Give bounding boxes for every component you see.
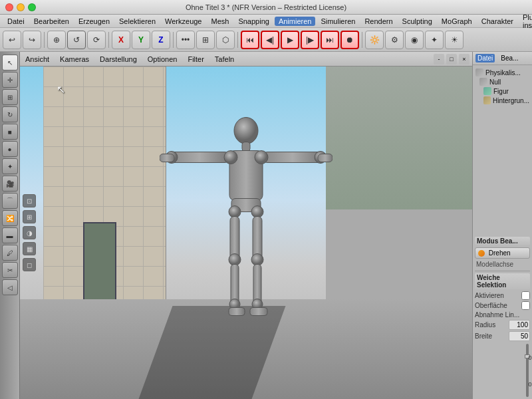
vp-icon-wire[interactable]: ◻ — [23, 258, 36, 271]
toolbar-separator-1 — [44, 32, 45, 48]
menu-sculpting[interactable]: Sculpting — [398, 17, 436, 26]
menu-plugins[interactable]: Plug-ins — [519, 13, 532, 30]
tool-scale[interactable]: ⟳ — [87, 31, 106, 49]
tree-item-figur[interactable]: Figur — [475, 86, 529, 96]
tool-twist[interactable]: 🔀 — [2, 210, 18, 226]
vp-zoom-out[interactable]: - — [434, 54, 444, 65]
rp-tab-bearbeiten[interactable]: Bea... — [499, 54, 520, 63]
tool-magnet[interactable]: ◁ — [2, 279, 18, 295]
tool-light[interactable]: ✦ — [2, 158, 18, 174]
menu-mesh[interactable]: Mesh — [207, 17, 233, 26]
minimize-button[interactable] — [17, 3, 25, 11]
viewport-canvas[interactable]: ↖ ⊡ ⊞ ◑ ▦ ◻ — [20, 66, 472, 399]
toolbar-separator-5 — [362, 32, 362, 48]
menu-simulieren[interactable]: Simulieren — [317, 17, 359, 26]
scene-background: ↖ ⊡ ⊞ ◑ ▦ ◻ — [20, 66, 472, 399]
menu-animieren[interactable]: Animieren — [275, 17, 316, 26]
svg-rect-22 — [229, 308, 245, 316]
menu-selektieren[interactable]: Selektieren — [115, 17, 160, 26]
vp-icon-perspective[interactable]: ⊡ — [23, 194, 36, 207]
menu-datei[interactable]: Datei — [3, 17, 29, 26]
tool-move[interactable]: ⊕ — [47, 31, 66, 49]
anim-record[interactable]: ⏺ — [340, 31, 359, 49]
tool-z[interactable]: Z — [152, 31, 170, 49]
vp-menu-kameras[interactable]: Kameras — [57, 55, 92, 64]
tool-floor[interactable]: ▬ — [2, 227, 18, 243]
menu-werkzeuge[interactable]: Werkzeuge — [161, 17, 205, 26]
tool-y[interactable]: Y — [132, 31, 150, 49]
tree-icon-null2 — [479, 78, 487, 86]
tool-misc1[interactable]: ◉ — [405, 31, 424, 49]
tree-item-physikalisch[interactable]: Physikalis... — [475, 68, 529, 77]
menu-bearbeiten[interactable]: Bearbeiten — [30, 17, 73, 26]
anim-play[interactable]: ▶ — [281, 31, 299, 49]
tree-label-hintergrund: Hintergrun... — [493, 97, 529, 104]
menu-snapping[interactable]: Snapping — [234, 17, 273, 26]
tool-sphere[interactable]: ● — [2, 141, 18, 157]
anim-step-back[interactable]: ◀| — [261, 31, 279, 49]
abnahme-label: Abnahme Lin... — [475, 311, 530, 319]
anim-step-forward[interactable]: |▶ — [301, 31, 319, 49]
vp-menu-ansicht[interactable]: Ansicht — [23, 55, 52, 64]
tool-settings[interactable]: ⚙ — [385, 31, 404, 49]
mode-polygons[interactable]: ⬡ — [216, 31, 235, 49]
vp-icon-texture[interactable]: ▦ — [23, 242, 36, 255]
vp-icon-shading[interactable]: ◑ — [23, 226, 36, 239]
viewport-toolbar: Ansicht Kameras Darstellung Optionen Fil… — [20, 52, 472, 66]
vp-menu-darstellung[interactable]: Darstellung — [97, 55, 140, 64]
tree-item-hintergrund[interactable]: Hintergrun... — [475, 96, 529, 105]
tool-x[interactable]: X — [112, 31, 130, 49]
mode-edges[interactable]: ⊞ — [196, 31, 215, 49]
tool-knife[interactable]: ✂ — [2, 262, 18, 278]
tool-rotate[interactable]: ↺ — [67, 31, 86, 49]
tool-camera[interactable]: 🎥 — [2, 176, 18, 192]
menu-rendern[interactable]: Rendern — [360, 17, 396, 26]
tree-item-null[interactable]: Null — [475, 77, 529, 86]
building-wall — [43, 66, 166, 326]
slider-container: 0.8 0.4 — [475, 344, 530, 397]
vp-menu-optionen[interactable]: Optionen — [145, 55, 180, 64]
tool-misc2[interactable]: ✦ — [425, 31, 444, 49]
mode-points[interactable]: ••• — [176, 31, 195, 49]
tool-select[interactable]: ↖ — [2, 55, 18, 70]
toolbar: ↩ ↪ ⊕ ↺ ⟳ X Y Z ••• ⊞ ⬡ ⏮ ◀| ▶ |▶ ⏭ ⏺ 🔆 … — [0, 28, 532, 52]
radius-label: Radius — [475, 321, 507, 329]
tool-paint[interactable]: 🖊 — [2, 245, 18, 261]
tool-misc3[interactable]: ☀ — [445, 31, 464, 49]
tool-bend[interactable]: ⌒ — [2, 193, 18, 209]
redo-button[interactable]: ↪ — [23, 31, 41, 49]
anim-go-end[interactable]: ⏭ — [321, 31, 339, 49]
tool-render[interactable]: 🔆 — [365, 31, 384, 49]
vp-icon-grid[interactable]: ⊞ — [23, 210, 36, 223]
menu-erzeugen[interactable]: Erzeugen — [74, 17, 114, 26]
tool-move-3d[interactable]: ✛ — [2, 72, 18, 88]
vp-maximize[interactable]: □ — [446, 54, 457, 65]
slider-track — [526, 344, 529, 397]
tool-rotate-3d[interactable]: ↻ — [2, 106, 18, 122]
menu-charakter[interactable]: Charakter — [477, 17, 517, 26]
tool-scale-3d[interactable]: ⊞ — [2, 89, 18, 105]
left-tool-panel: ↖ ✛ ⊞ ↻ ■ ● ✦ 🎥 ⌒ 🔀 ▬ 🖊 ✂ ◁ — [0, 52, 20, 399]
svg-point-17 — [251, 254, 263, 266]
vertical-slider[interactable]: 0.8 0.4 — [525, 344, 530, 397]
properties-panel: Modus Bea... Drehen Modellachse Weiche S… — [472, 235, 532, 399]
svg-rect-18 — [231, 265, 239, 305]
anim-go-start[interactable]: ⏮ — [241, 31, 259, 49]
menu-mograph[interactable]: MoGraph — [438, 17, 476, 26]
tool-cube[interactable]: ■ — [2, 124, 18, 140]
vp-menu-tafeln[interactable]: Tafeln — [212, 55, 237, 64]
modellachse-label: Modellachse — [475, 260, 530, 269]
radius-value[interactable]: 100 — [509, 320, 530, 330]
drehen-button[interactable]: Drehen — [475, 247, 530, 259]
undo-button[interactable]: ↩ — [3, 31, 21, 49]
rp-tab-datei[interactable]: Datei — [475, 54, 495, 63]
vp-menu-filter[interactable]: Filter — [185, 55, 206, 64]
vp-close[interactable]: × — [459, 54, 469, 65]
oberflache-checkbox[interactable] — [521, 301, 530, 310]
close-button[interactable] — [5, 3, 13, 11]
aktivieren-checkbox[interactable] — [521, 291, 530, 300]
svg-rect-15 — [253, 217, 262, 260]
toolbar-separator-4 — [237, 32, 238, 48]
breite-value[interactable]: 50 — [509, 331, 530, 341]
maximize-button[interactable] — [28, 3, 36, 11]
